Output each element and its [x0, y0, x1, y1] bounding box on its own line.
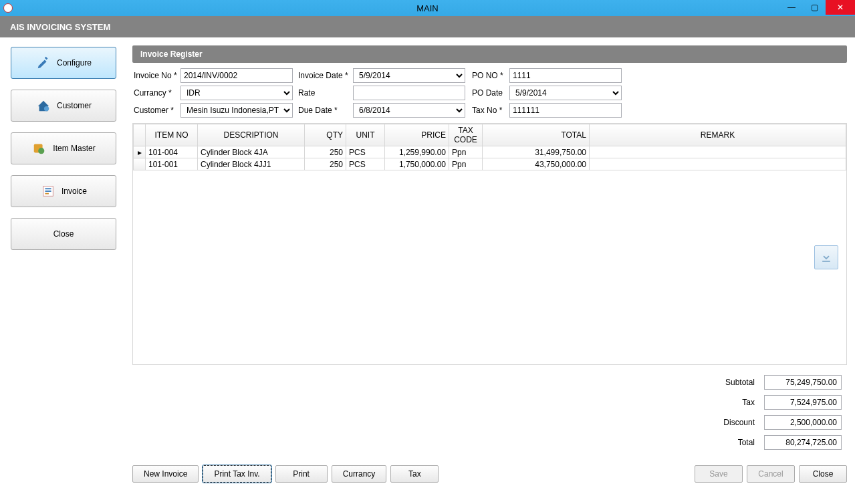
due-date-label: Due Date * — [298, 106, 350, 115]
sidebar-label: Item Master — [53, 144, 95, 153]
window-title: MAIN — [416, 3, 439, 13]
window-controls: — ▢ ✕ — [780, 0, 855, 16]
subtotal-input[interactable] — [764, 375, 842, 390]
grid-header-row: ITEM NO DESCRIPTION QTY UNIT PRICE TAX C… — [134, 124, 846, 146]
items-grid[interactable]: ITEM NO DESCRIPTION QTY UNIT PRICE TAX C… — [132, 123, 847, 365]
save-button: Save — [695, 465, 743, 483]
sidebar-label: Invoice — [62, 186, 87, 196]
invoice-date-select[interactable]: 5/9/2014 — [353, 68, 465, 83]
table-row[interactable]: 101-001Cylinder Block 4JJ1250PCS1,750,00… — [134, 158, 846, 170]
print-tax-button[interactable]: Print Tax Inv. — [203, 465, 271, 483]
customer-select[interactable]: Mesin Isuzu Indonesia,PT — [180, 103, 293, 118]
tax-no-input[interactable] — [509, 103, 622, 118]
due-date-select[interactable]: 6/8/2014 — [353, 103, 465, 118]
invoice-date-label: Invoice Date * — [298, 71, 350, 80]
panel-title: Invoice Register — [132, 45, 847, 63]
subtotal-label: Subtotal — [719, 373, 759, 392]
download-button[interactable] — [814, 245, 838, 269]
total-label: Total — [719, 433, 759, 452]
sidebar-label: Close — [53, 229, 74, 239]
po-no-label: PO NO * — [472, 71, 507, 80]
close-button[interactable]: ✕ — [826, 0, 855, 15]
tax-input[interactable] — [764, 395, 842, 410]
item-master-icon — [31, 140, 47, 156]
invoice-no-label: Invoice No * — [132, 71, 178, 80]
sidebar-item-master[interactable]: Item Master — [11, 132, 116, 164]
total-input[interactable] — [764, 435, 842, 450]
titlebar: MAIN — ▢ ✕ — [0, 0, 855, 16]
currency-button[interactable]: Currancy — [332, 465, 387, 483]
customer-label: Customer * — [132, 106, 178, 115]
table-row[interactable]: ▸101-004Cylinder Block 4JA250PCS1,259,99… — [134, 146, 846, 158]
totals-area: Subtotal Tax Discount Total — [132, 372, 847, 453]
svg-point-0 — [44, 106, 49, 111]
sidebar-customer[interactable]: Customer — [11, 90, 116, 122]
download-arrow-icon — [820, 251, 833, 264]
invoice-icon — [40, 183, 56, 199]
rate-label: Rate — [298, 88, 350, 98]
discount-label: Discount — [719, 413, 759, 432]
close-action-button[interactable]: Close — [799, 465, 847, 483]
content-area: Invoice Register Invoice No * Invoice Da… — [127, 37, 855, 504]
new-invoice-button[interactable]: New Invoice — [132, 465, 199, 483]
svg-point-2 — [38, 148, 44, 154]
action-bar: New Invoice Print Tax Inv. Print Curranc… — [132, 465, 847, 483]
po-no-input[interactable] — [509, 68, 622, 83]
form-area: Invoice No * Invoice Date * 5/9/2014 PO … — [132, 63, 847, 123]
po-date-label: PO Date — [472, 88, 507, 98]
sidebar-invoice[interactable]: Invoice — [11, 175, 116, 207]
configure-icon — [35, 55, 51, 71]
customer-icon — [35, 98, 51, 114]
tax-no-label: Tax No * — [472, 106, 507, 115]
app-subtitle: AIS INVOICING SYSTEM — [0, 16, 855, 37]
tax-button[interactable]: Tax — [390, 465, 439, 483]
sidebar-close[interactable]: Close — [11, 218, 116, 250]
po-date-select[interactable]: 5/9/2014 — [509, 86, 622, 100]
maximize-button[interactable]: ▢ — [803, 0, 826, 15]
minimize-button[interactable]: — — [780, 0, 803, 15]
discount-input[interactable] — [764, 415, 842, 430]
app-icon — [3, 3, 13, 13]
cancel-button: Cancel — [747, 465, 795, 483]
sidebar-configure[interactable]: Configure — [11, 47, 116, 79]
invoice-no-input[interactable] — [180, 68, 293, 83]
tax-label: Tax — [719, 393, 759, 412]
sidebar: Configure Customer Item Master Invoice C… — [0, 37, 127, 504]
rate-input[interactable] — [353, 86, 465, 100]
sidebar-label: Customer — [57, 101, 92, 110]
currency-select[interactable]: IDR — [180, 86, 293, 100]
currency-label: Currancy * — [132, 88, 178, 98]
app-title-label: AIS INVOICING SYSTEM — [10, 22, 110, 32]
sidebar-label: Configure — [57, 58, 92, 68]
print-button[interactable]: Print — [275, 465, 328, 483]
